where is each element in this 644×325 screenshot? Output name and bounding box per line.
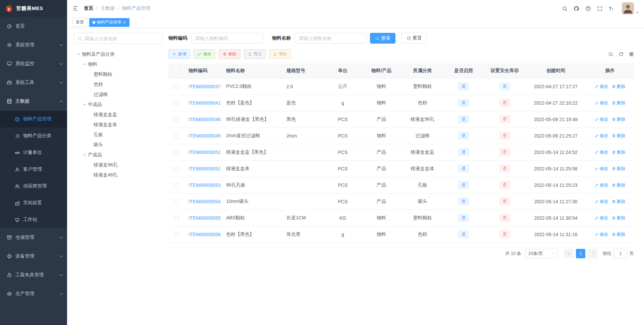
tree-node[interactable]: 塑料颗粒 [74,69,162,79]
material-code-link[interactable]: ITEM00000055 [189,215,221,221]
sidebar-item-fixture-management[interactable]: 工装夹具管理 [0,266,67,284]
sidebar-item-equipment-management[interactable]: 设备管理 [0,247,67,266]
search-button[interactable]: 搜索 [370,33,395,44]
row-edit-button[interactable]: 修改 [595,166,608,172]
tree-node[interactable]: 半成品 [74,100,162,110]
caret-down-icon[interactable] [82,62,87,67]
row-checkbox[interactable] [174,216,179,221]
row-checkbox[interactable] [174,183,179,188]
sidebar-item-warehouse-management[interactable]: 仓储管理 [0,228,67,247]
row-checkbox[interactable] [174,150,179,155]
sidebar-subitem-workshop-settings[interactable]: 车间设置 [0,195,67,211]
sidebar-item-home[interactable]: 首页 [0,17,67,36]
font-size-icon[interactable]: TT [609,6,614,11]
select-all-checkbox[interactable] [174,69,179,73]
import-button[interactable]: 导入 [244,49,266,59]
logo[interactable]: K 苦糖果MES [0,0,67,17]
material-code-link[interactable]: ITEM00000056 [189,232,221,237]
material-code-link[interactable]: ITEM00000052 [189,166,221,171]
tab-material-product-management[interactable]: 物料产品管理× [89,18,129,27]
row-checkbox[interactable] [174,101,179,106]
row-delete-button[interactable]: 删除 [612,100,626,106]
sidebar-item-production-management[interactable]: 生产管理 [0,284,67,303]
user-menu[interactable] [622,2,639,14]
sidebar-item-master-data[interactable]: 主数据 [0,92,67,111]
tree-node[interactable]: 移液盒盒盖 [74,110,162,120]
row-delete-button[interactable]: 删除 [612,166,626,172]
add-button[interactable]: 新增 [168,49,190,59]
row-delete-button[interactable]: 删除 [612,84,626,90]
row-edit-button[interactable]: 修改 [595,199,608,205]
material-code-link[interactable]: ITEM00000051 [189,150,221,155]
tree-node[interactable]: 移液盒96孔 [74,160,162,170]
sidebar-subitem-workstation[interactable]: 工作站 [0,211,67,228]
material-code-link[interactable]: ITEM00000041 [189,100,221,106]
page-number-button[interactable]: 1 [576,249,585,258]
grid-icon[interactable] [629,52,634,57]
tree-node[interactable]: 色粉 [74,79,162,90]
caret-down-icon[interactable] [76,52,81,57]
row-edit-button[interactable]: 修改 [595,231,608,237]
row-delete-button[interactable]: 删除 [612,133,626,139]
material-code-link[interactable]: ITEM00000046 [189,117,221,122]
tree-node[interactable]: 孔板 [74,130,162,140]
sidebar-item-system-monitor[interactable]: 系统监控 [0,54,67,73]
sidebar-item-system-management[interactable]: 系统管理 [0,36,67,54]
row-delete-button[interactable]: 删除 [612,231,626,237]
fullscreen-icon[interactable] [597,6,603,11]
caret-down-icon[interactable] [82,102,87,107]
goto-page-input[interactable] [613,249,628,258]
reset-button[interactable]: 重置 [401,33,427,44]
row-edit-button[interactable]: 修改 [595,100,608,106]
row-checkbox[interactable] [174,134,179,139]
row-edit-button[interactable]: 修改 [595,116,608,122]
sidebar-subitem-material-product-management[interactable]: 物料产品管理 [0,111,67,127]
row-delete-button[interactable]: 删除 [612,116,626,122]
sidebar-subitem-customer-management[interactable]: 客户管理 [0,161,67,178]
export-button[interactable]: 导出 [269,49,291,59]
row-delete-button[interactable]: 删除 [612,149,626,155]
row-checkbox[interactable] [174,232,179,237]
row-edit-button[interactable]: 修改 [595,215,608,221]
breadcrumb-item[interactable]: 主数据 [101,5,115,11]
material-code-link[interactable]: ITEM00000053 [189,182,221,188]
page-size-select[interactable]: 10条/页 [525,249,558,258]
close-icon[interactable]: × [123,20,126,24]
row-checkbox[interactable] [174,200,179,204]
tree-node[interactable]: 过滤棉 [74,90,162,100]
next-page-button[interactable] [588,249,597,258]
tree-node[interactable]: 吸头 [74,140,162,150]
row-checkbox[interactable] [174,85,179,89]
material-code-input[interactable] [191,33,263,44]
edit-button[interactable]: 修改 [194,49,215,59]
row-checkbox[interactable] [174,117,179,122]
search-icon[interactable] [562,6,568,11]
row-edit-button[interactable]: 修改 [595,149,608,155]
question-icon[interactable] [585,6,591,11]
row-delete-button[interactable]: 删除 [612,182,626,188]
caret-down-icon[interactable] [82,152,87,158]
sidebar-item-system-tools[interactable]: 系统工具 [0,73,67,92]
delete-button[interactable]: 删除 [219,49,240,59]
row-delete-button[interactable]: 删除 [612,215,626,221]
tree-node[interactable]: 物料及产品分类 [74,49,162,59]
row-delete-button[interactable]: 删除 [612,199,626,205]
sidebar-subitem-material-product-category[interactable]: 物料产品分类 [0,127,67,144]
material-name-input[interactable] [294,33,367,44]
hamburger-icon[interactable] [72,5,78,11]
github-icon[interactable] [574,6,579,11]
row-checkbox[interactable] [174,167,179,171]
refresh-icon[interactable] [619,52,624,57]
tree-node[interactable]: 移液盒盒体 [74,120,162,130]
category-search-input[interactable] [85,36,159,41]
prev-page-button[interactable] [564,249,573,258]
material-code-link[interactable]: ITEM00000054 [189,199,221,204]
material-code-link[interactable]: ITEM00000037 [189,84,221,89]
tab-home[interactable]: 首页 [72,18,87,27]
material-code-link[interactable]: ITEM00000049 [189,133,221,139]
tree-node[interactable]: 物料 [74,59,162,69]
sidebar-subitem-supplier-management[interactable]: 供应商管理 [0,178,67,195]
row-edit-button[interactable]: 修改 [595,84,608,90]
search-icon[interactable] [608,52,613,57]
row-edit-button[interactable]: 修改 [595,133,608,139]
